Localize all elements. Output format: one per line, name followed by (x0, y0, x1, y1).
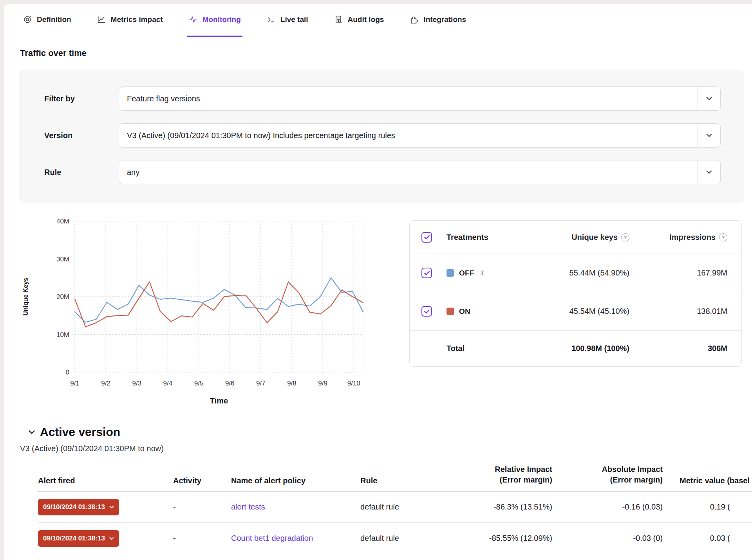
filter-panel: Filter by Feature flag versions Version … (19, 70, 744, 203)
chart-section: 010M20M30M40M9/19/29/39/49/59/69/79/89/9… (18, 216, 742, 412)
relative-impact-cell: -85.55% (12.09%) (447, 534, 552, 543)
treatment-row-on: ON 45.54M (45.10%) 138.01M (410, 292, 741, 330)
pulse-icon (189, 15, 197, 24)
tab-label: Monitoring (202, 15, 241, 24)
alert-time: 09/10/2024 01:38:13 (43, 535, 105, 542)
rule-value: any (127, 168, 698, 177)
chevron-down-icon (109, 506, 114, 509)
total-unique-keys: 100.98M (100%) (494, 344, 629, 353)
svg-text:40M: 40M (56, 218, 69, 225)
svg-text:Unique Keys: Unique Keys (22, 277, 29, 315)
off-checkbox[interactable] (421, 268, 432, 278)
absolute-impact-cell: -0.03 (0) (552, 534, 663, 543)
tab-label: Integrations (423, 15, 466, 24)
off-impressions: 167.99M (629, 268, 727, 277)
active-version-section: Active version V3 (Active) (09/10/2024 0… (20, 425, 752, 560)
alert-row: 09/10/2024 01:38:13 - Count bet1 degrada… (38, 523, 752, 554)
unique-keys-label: Unique keys (571, 233, 618, 242)
relative-impact-cell: -86.3% (13.51%) (447, 502, 552, 511)
tab-label: Metrics impact (111, 15, 163, 24)
tab-metrics-impact[interactable]: Metrics impact (96, 4, 164, 37)
treatment-name: OFF (459, 269, 474, 277)
filter-by-select[interactable]: Feature flag versions (119, 86, 721, 111)
select-all-checkbox[interactable] (421, 232, 432, 243)
alert-time-dropdown[interactable]: 09/10/2024 01:38:13 (38, 499, 119, 515)
tab-live-tail[interactable]: Live tail (265, 4, 310, 37)
activity-cell: - (173, 502, 231, 511)
monitoring-page: Definition Metrics impact Monitoring Liv… (3, 3, 752, 560)
treatment-name: ON (459, 307, 470, 316)
svg-text:0: 0 (66, 369, 69, 376)
unique-keys-column-header: Unique keys ? (494, 233, 629, 242)
svg-text:9/5: 9/5 (194, 380, 204, 387)
svg-text:10M: 10M (56, 331, 69, 339)
svg-text:9/1: 9/1 (70, 380, 80, 387)
rule-label: Rule (44, 168, 119, 177)
treatment-row-off: OFF ✳ 55.44M (54.90%) 167.99M (410, 254, 741, 292)
traffic-over-time-chart: 010M20M30M40M9/19/29/39/49/59/69/79/89/9… (18, 216, 397, 412)
total-label: Total (446, 344, 494, 353)
col-alert-fired: Alert fired (38, 476, 173, 485)
svg-text:9/3: 9/3 (132, 380, 141, 387)
filter-by-label: Filter by (44, 94, 119, 103)
svg-text:9/8: 9/8 (287, 380, 296, 387)
version-row: Version V3 (Active) (09/01/2024 01:30PM … (44, 123, 721, 148)
absolute-impact-cell: -0.16 (0.03) (552, 502, 663, 511)
svg-text:9/9: 9/9 (318, 380, 327, 387)
alert-policy-link[interactable]: Count bet1 degradation (231, 534, 313, 542)
on-checkbox[interactable] (421, 306, 432, 317)
impressions-column-header: Impressions ? (629, 233, 727, 242)
col-activity: Activity (173, 476, 231, 485)
svg-text:9/4: 9/4 (163, 380, 173, 387)
help-icon[interactable]: ? (621, 233, 629, 241)
tab-label: Definition (37, 15, 71, 24)
impressions-label: Impressions (669, 233, 716, 242)
treatments-panel: Treatments Unique keys ? Impressions ? O… (409, 220, 742, 367)
tab-label: Live tail (280, 15, 308, 24)
frozen-icon: ✳ (479, 269, 485, 277)
collapse-chevron-icon[interactable] (29, 430, 35, 434)
tab-integrations[interactable]: Integrations (408, 4, 468, 37)
chevron-down-icon (698, 160, 720, 184)
tab-definition[interactable]: Definition (22, 4, 73, 37)
version-value: V3 (Active) (09/01/2024 01:30PM to now) … (127, 131, 698, 140)
chevron-down-icon (109, 537, 114, 540)
help-icon[interactable]: ? (719, 233, 727, 241)
line-chart-icon (97, 15, 106, 24)
metric-value-cell: 0.03 ( (663, 534, 752, 543)
alert-row: 09/10/2024 01:38:13 - alert tests defaul… (38, 492, 752, 523)
filter-by-value: Feature flag versions (127, 94, 698, 103)
off-series-swatch (446, 269, 454, 277)
svg-text:9/2: 9/2 (101, 380, 110, 387)
tab-label: Audit logs (348, 15, 384, 24)
treatments-total-row: Total 100.98M (100%) 306M (410, 330, 741, 366)
chevron-down-icon (698, 124, 720, 147)
version-select[interactable]: V3 (Active) (09/01/2024 01:30PM to now) … (119, 123, 721, 148)
page-title: Traffic over time (20, 48, 752, 58)
tab-bar: Definition Metrics impact Monitoring Liv… (4, 4, 752, 37)
col-metric-value: Metric value (basel (663, 476, 752, 485)
total-impressions: 306M (629, 344, 727, 353)
tab-audit-logs[interactable]: Audit logs (333, 4, 386, 37)
on-impressions: 138.01M (629, 307, 727, 316)
version-label: Version (44, 131, 119, 140)
alerts-table: Alert fired Activity Name of alert polic… (38, 463, 752, 560)
chevron-down-icon (698, 87, 720, 110)
alert-policy-link[interactable]: alert tests (231, 502, 265, 511)
on-unique-keys: 45.54M (45.10%) (494, 307, 629, 316)
svg-text:9/10: 9/10 (347, 380, 360, 387)
svg-text:20M: 20M (56, 293, 69, 301)
col-rule: Rule (360, 476, 447, 485)
on-series-swatch (446, 308, 454, 315)
off-unique-keys: 55.44M (54.90%) (494, 268, 629, 277)
rule-select[interactable]: any (119, 160, 721, 184)
active-version-subtitle: V3 (Active) (09/10/2024 01:30PM to now) (20, 444, 752, 453)
rule-row: Rule any (44, 160, 721, 184)
rule-cell: default rule (360, 502, 447, 511)
rule-cell: default rule (360, 534, 447, 543)
svg-text:30M: 30M (56, 256, 69, 263)
tab-monitoring[interactable]: Monitoring (187, 4, 242, 37)
treatments-column-header: Treatments (446, 233, 494, 242)
terminal-icon (267, 15, 275, 24)
alert-time-dropdown[interactable]: 09/10/2024 01:38:13 (38, 530, 119, 547)
